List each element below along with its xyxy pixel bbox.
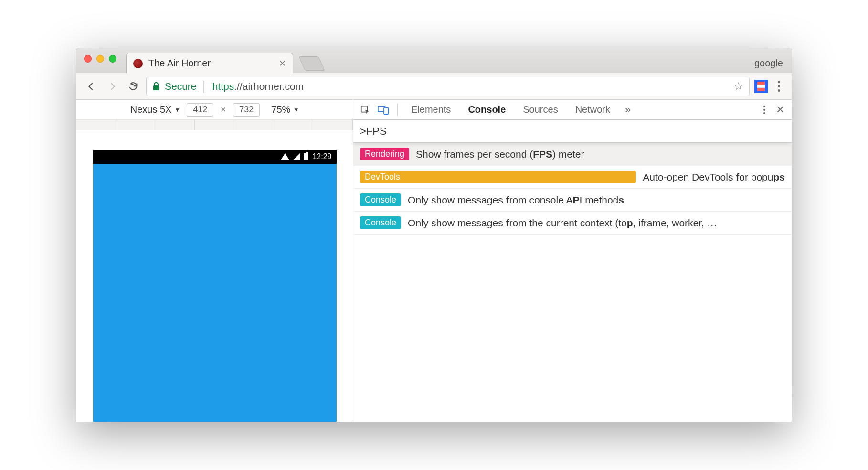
- device-viewport: 12:29: [76, 130, 353, 422]
- command-menu-text: >FPS: [360, 125, 387, 138]
- window-minimize-button[interactable]: [96, 55, 104, 63]
- tab-network[interactable]: Network: [568, 100, 618, 119]
- wifi-icon: [281, 153, 289, 160]
- separator: │: [201, 81, 208, 92]
- new-tab-button[interactable]: [298, 56, 325, 71]
- inspect-element-button[interactable]: [357, 102, 373, 118]
- back-button[interactable]: [83, 78, 99, 95]
- device-select[interactable]: Nexus 5X ▼: [130, 104, 180, 115]
- responsive-ruler[interactable]: [76, 120, 353, 130]
- devtools-pane: Elements Console Sources Network » ✕ >FP…: [353, 100, 792, 422]
- tab-title: The Air Horner: [148, 58, 211, 69]
- window-zoom-button[interactable]: [109, 55, 116, 63]
- window-controls: [84, 55, 116, 63]
- chevron-down-icon: ▼: [174, 107, 180, 113]
- browser-menu-button[interactable]: [773, 81, 785, 92]
- url-host: ://airhorner.com: [234, 81, 304, 92]
- nav-toolbar: Secure │ https://airhorner.com ☆: [76, 73, 792, 100]
- browser-window: The Air Horner ✕ google Secure │: [76, 48, 792, 422]
- tab-favicon: [133, 59, 143, 68]
- command-item-label: Only show messages from console API meth…: [408, 194, 624, 206]
- secure-label: Secure: [165, 81, 197, 92]
- command-category-badge: Console: [360, 216, 401, 229]
- chevron-down-icon: ▼: [293, 107, 299, 113]
- window-close-button[interactable]: [84, 55, 92, 63]
- emulated-screen[interactable]: 12:29: [93, 150, 337, 422]
- tab-sources[interactable]: Sources: [515, 100, 565, 119]
- forward-button[interactable]: [104, 78, 120, 95]
- dimension-x: ✕: [220, 105, 226, 114]
- devtools-menu-button[interactable]: [758, 106, 771, 114]
- content-area: Nexus 5X ▼ ✕ 75% ▼: [76, 100, 792, 422]
- command-item-label: Show frames per second (FPS) meter: [416, 149, 584, 160]
- url-text: https://airhorner.com: [212, 81, 304, 92]
- browser-tab[interactable]: The Air Horner ✕: [126, 53, 293, 73]
- zoom-label: 75%: [271, 104, 290, 115]
- cell-signal-icon: [293, 153, 300, 160]
- zoom-select[interactable]: 75% ▼: [271, 104, 299, 115]
- svg-rect-3: [384, 107, 388, 114]
- svg-rect-0: [153, 85, 159, 90]
- more-tabs-button[interactable]: »: [620, 102, 636, 118]
- tab-console[interactable]: Console: [460, 100, 513, 119]
- command-menu-item[interactable]: RenderingShow frames per second (FPS) me…: [353, 143, 792, 166]
- battery-icon: [304, 153, 308, 160]
- tab-elements[interactable]: Elements: [403, 100, 458, 119]
- command-category-badge: Rendering: [360, 148, 409, 160]
- profile-label[interactable]: google: [754, 58, 783, 69]
- device-mode-pane: Nexus 5X ▼ ✕ 75% ▼: [76, 100, 353, 422]
- viewport-width-input[interactable]: [187, 103, 213, 117]
- command-category-badge: Console: [360, 193, 401, 206]
- reload-button[interactable]: [125, 78, 141, 95]
- tab-close-button[interactable]: ✕: [279, 58, 286, 69]
- devtools-close-button[interactable]: ✕: [773, 104, 788, 116]
- divider: [397, 104, 398, 116]
- device-toolbar: Nexus 5X ▼ ✕ 75% ▼: [76, 100, 353, 120]
- command-menu-results: RenderingShow frames per second (FPS) me…: [353, 143, 792, 235]
- status-time: 12:29: [312, 152, 331, 161]
- device-name-label: Nexus 5X: [130, 104, 172, 115]
- command-menu-item[interactable]: DevToolsAuto-open DevTools for popups: [353, 166, 792, 189]
- command-menu-item[interactable]: ConsoleOnly show messages from console A…: [353, 189, 792, 212]
- command-item-label: Only show messages from the current cont…: [408, 217, 717, 229]
- android-status-bar: 12:29: [93, 150, 337, 164]
- address-bar[interactable]: Secure │ https://airhorner.com ☆: [146, 77, 750, 96]
- toggle-device-toolbar-button[interactable]: [375, 102, 392, 118]
- url-protocol: https: [212, 81, 234, 92]
- bookmark-star-icon[interactable]: ☆: [734, 80, 743, 93]
- command-item-label: Auto-open DevTools for popups: [643, 171, 785, 183]
- lock-icon: [152, 82, 160, 91]
- command-menu-input[interactable]: >FPS: [353, 120, 792, 143]
- titlebar: The Air Horner ✕ google: [76, 48, 792, 73]
- lighthouse-extension-icon[interactable]: [754, 80, 768, 93]
- command-category-badge: DevTools: [360, 171, 636, 183]
- viewport-height-input[interactable]: [233, 103, 260, 117]
- devtools-tabbar: Elements Console Sources Network » ✕: [353, 100, 792, 120]
- command-menu-item[interactable]: ConsoleOnly show messages from the curre…: [353, 212, 792, 235]
